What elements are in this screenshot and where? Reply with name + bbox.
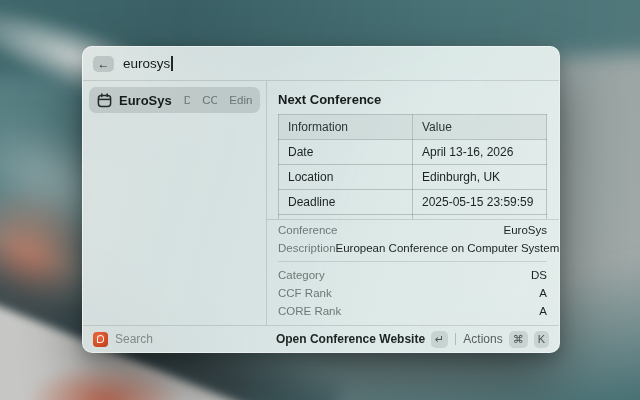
metadata-row-core-rank: CORE Rank A: [278, 302, 547, 320]
list-item-tag-category: DS: [184, 94, 191, 106]
table-header-value: Value: [413, 115, 547, 140]
metadata-value: European Conference on Computer Systems: [336, 242, 559, 254]
metadata-value: EuroSys: [504, 224, 547, 236]
detail-heading: Next Conference: [278, 92, 547, 108]
table-cell-value: April 13-16, 2026: [413, 140, 547, 165]
table-header-information: Information: [279, 115, 413, 140]
metadata-value: A: [539, 305, 547, 317]
metadata-label: Conference: [278, 224, 337, 236]
conference-table: Information Value Date April 13-16, 2026…: [278, 114, 547, 219]
list-item-tag-ccf: CCF: A: [202, 94, 217, 106]
return-key-icon: ↵: [431, 331, 448, 348]
list-item-tag-location: Edinburg...: [229, 94, 252, 106]
metadata-value: DS: [531, 269, 547, 281]
table-header-row: Information Value: [279, 115, 547, 140]
table-row: Deadline 2025-05-15 23:59:59: [279, 190, 547, 215]
search-query-text: eurosys: [123, 56, 170, 71]
metadata-label: Category: [278, 269, 325, 281]
list-item-eurosys[interactable]: EuroSys DS CCF: A Edinburg...: [89, 87, 260, 113]
table-cell-value: Edinburgh, UK: [413, 165, 547, 190]
metadata-row-category: Category DS: [278, 266, 547, 284]
metadata-value: A: [539, 287, 547, 299]
launcher-window: ← eurosys EuroSys DS CCF: A: [82, 46, 560, 353]
footer-mode-label: Search: [115, 332, 153, 346]
action-bar: Search Open Conference Website ↵ Actions…: [83, 325, 559, 352]
back-arrow-icon: ←: [98, 58, 110, 70]
open-conference-website-button[interactable]: Open Conference Website ↵: [276, 331, 448, 348]
table-cell-value: 2025-05-15 23:59:59: [413, 190, 547, 215]
metadata-row-conference: Conference EuroSys: [278, 221, 547, 239]
metadata-separator: [278, 261, 547, 262]
results-list: EuroSys DS CCF: A Edinburg...: [83, 81, 267, 325]
k-key-icon: K: [534, 331, 549, 348]
metadata-label: CCF Rank: [278, 287, 332, 299]
metadata-row-description: Description European Conference on Compu…: [278, 239, 547, 257]
metadata-label: CORE Rank: [278, 305, 341, 317]
metadata-section: Conference EuroSys Description European …: [267, 220, 559, 325]
footer-divider: [455, 333, 456, 345]
main-content: EuroSys DS CCF: A Edinburg... Next Confe…: [83, 81, 559, 325]
extension-app-icon: [93, 332, 108, 347]
text-caret: [171, 56, 173, 71]
table-cell-label: Location: [279, 165, 413, 190]
wallpaper-shape: [25, 362, 185, 400]
primary-action-label: Open Conference Website: [276, 332, 425, 346]
table-cell-label: Deadline: [279, 190, 413, 215]
search-bar: ← eurosys: [83, 47, 559, 81]
actions-menu-button[interactable]: Actions ⌘ K: [463, 331, 549, 348]
metadata-row-ccf-rank: CCF Rank A: [278, 284, 547, 302]
table-row: Date April 13-16, 2026: [279, 140, 547, 165]
list-item-title: EuroSys: [119, 93, 172, 108]
search-input[interactable]: eurosys: [123, 56, 173, 71]
calendar-icon: [97, 93, 112, 108]
detail-panel: Next Conference Information Value Date A…: [267, 81, 559, 325]
table-row: Location Edinburgh, UK: [279, 165, 547, 190]
metadata-label: Description: [278, 242, 336, 254]
table-cell-label: Date: [279, 140, 413, 165]
command-key-icon: ⌘: [509, 331, 528, 348]
back-button[interactable]: ←: [93, 56, 114, 72]
actions-label: Actions: [463, 332, 502, 346]
